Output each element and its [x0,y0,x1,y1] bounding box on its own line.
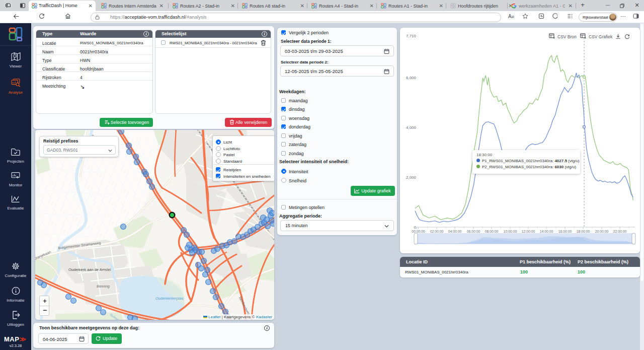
svg-text:Ouderkerk aan de Amstel: Ouderkerk aan de Amstel [68,267,111,272]
svg-text:00:00:00: 00:00:00 [412,230,425,233]
svg-text:20:00:00: 20:00:00 [595,230,609,233]
svg-text:7,710: 7,710 [406,34,417,38]
svg-text:02:00:00: 02:00:00 [430,230,444,233]
svg-text:16:00:00: 16:00:00 [558,230,572,233]
svg-text:12:00:00: 12:00:00 [522,230,535,233]
svg-text:6,000: 6,000 [406,76,417,80]
svg-text:2,000: 2,000 [406,175,417,180]
svg-text:10:00:00: 10:00:00 [504,230,517,233]
svg-text:04:00:00: 04:00:00 [448,230,462,233]
svg-text:0: 0 [414,225,417,230]
svg-text:08:00:00: 08:00:00 [485,230,499,233]
svg-text:Benning: Benning [97,285,110,289]
svg-text:Ouderkerkerplas: Ouderkerkerplas [155,296,184,301]
svg-text:18:00:00: 18:00:00 [577,230,590,233]
svg-text:4,000: 4,000 [406,125,417,130]
svg-text:14:00:00: 14:00:00 [540,230,553,233]
svg-text:06:00:00: 06:00:00 [467,230,480,233]
svg-text:22:00:00: 22:00:00 [613,230,627,233]
